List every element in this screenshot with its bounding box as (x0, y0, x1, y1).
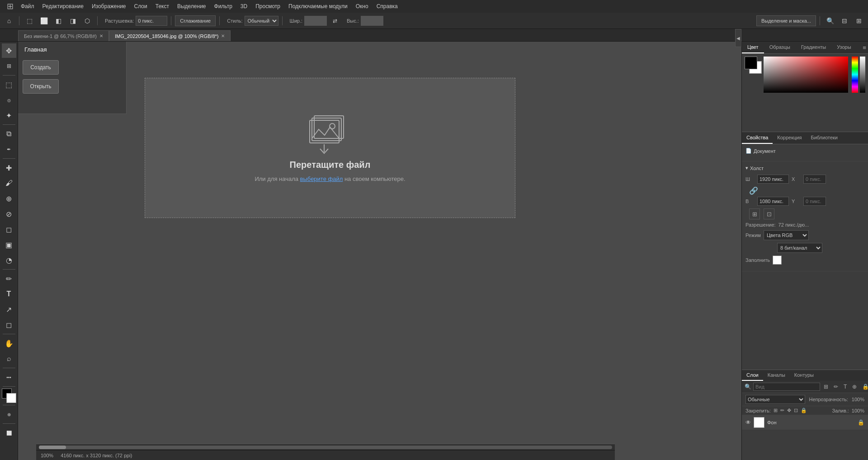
color-tab[interactable]: Цвет (742, 42, 764, 53)
menu-3d[interactable]: 3D (237, 1, 251, 11)
scroll-thumb[interactable] (39, 446, 66, 449)
canvas-y-input[interactable] (803, 197, 826, 206)
resize-btn-2[interactable]: ⊡ (764, 209, 774, 219)
document-header[interactable]: 📄 Документ (745, 148, 864, 154)
lock-artboard-btn[interactable]: ⊡ (794, 408, 798, 413)
path-select-tool[interactable]: ↗ (2, 302, 16, 317)
resize-btn-1[interactable]: ⊞ (749, 209, 760, 219)
tool-btn-2[interactable]: ⬜ (38, 14, 50, 27)
lock-pixels-btn[interactable]: ⊞ (774, 408, 778, 413)
create-btn[interactable]: Создать (23, 60, 59, 75)
more-tools-btn[interactable]: ••• (2, 370, 16, 384)
eyedropper-tool[interactable]: ✒ (2, 142, 16, 156)
search-btn[interactable]: 🔍 (824, 14, 836, 27)
brightness-bar[interactable] (860, 57, 865, 93)
crop-tool[interactable]: ⧉ (2, 127, 16, 141)
props-tab-correction[interactable]: Коррекция (773, 132, 806, 144)
move-tool[interactable]: ✥ (2, 43, 16, 58)
open-btn[interactable]: Открыть (23, 79, 59, 94)
swap-wh-btn[interactable]: ⇄ (329, 14, 341, 27)
menu-layers[interactable]: Слои (131, 1, 151, 11)
marquee-tool[interactable]: ⬚ (2, 77, 16, 92)
paths-tab[interactable]: Контуры (790, 370, 818, 381)
layers-icon-btn-4[interactable]: ⊕ (850, 383, 859, 391)
canvas-width-input[interactable] (757, 175, 789, 184)
brush-tool[interactable]: 🖌 (2, 176, 16, 190)
layer-item-background[interactable]: 👁 Фон 🔒 (742, 415, 868, 430)
color-swatch-main[interactable] (745, 57, 761, 73)
gradients-tab[interactable]: Градиенты (796, 42, 831, 53)
props-tab-properties[interactable]: Свойства (742, 132, 773, 144)
mode-select[interactable]: Цвета RGB (764, 230, 809, 240)
fill-color-swatch[interactable] (773, 256, 782, 265)
marquee-tool-btn[interactable]: ⬚ (23, 14, 36, 27)
layers-icon-btn-5[interactable]: 🔒 (860, 383, 868, 391)
shape-tool[interactable]: ◻ (2, 318, 16, 332)
drop-link[interactable]: выберите файл (300, 175, 343, 182)
zoom-tool[interactable]: ⌕ (2, 351, 16, 366)
samples-tab[interactable]: Образцы (764, 42, 796, 53)
ширина-input[interactable] (304, 16, 327, 26)
hand-tool[interactable]: ✋ (2, 336, 16, 351)
drop-zone[interactable]: Перетащите файл Или для начала выберите … (145, 78, 515, 218)
lock-move-btn[interactable]: ✥ (787, 408, 791, 413)
tool-btn-4[interactable]: ◨ (66, 14, 79, 27)
panel-collapse-btn[interactable]: ◀ (735, 29, 741, 47)
clone-tool[interactable]: ⊕ (2, 191, 16, 206)
text-tool[interactable]: T (2, 287, 16, 301)
tab-unnamed[interactable]: Без имени-1 @ 66,7% (RGB/8#) ✕ (18, 30, 109, 41)
canvas-x-input[interactable] (803, 175, 826, 184)
tab-img-close[interactable]: ✕ (221, 33, 225, 38)
layers-search-input[interactable] (753, 383, 820, 391)
color-panel-options[interactable]: ≡ (861, 42, 868, 53)
eraser-tool[interactable]: ◻ (2, 222, 16, 237)
menu-select[interactable]: Выделение (174, 1, 210, 11)
стиль-select[interactable]: Обычный (245, 16, 278, 26)
layers-icon-btn-1[interactable]: ⊞ (822, 383, 830, 391)
canvas-height-input[interactable] (757, 197, 789, 206)
hue-bar[interactable] (852, 57, 858, 93)
tool-btn-3[interactable]: ◧ (52, 14, 65, 27)
fullscreen-btn[interactable]: ⊞ (853, 14, 865, 27)
background-swatch[interactable] (6, 393, 16, 403)
layer-visibility-btn[interactable]: 👁 (745, 419, 751, 426)
layers-icon-btn-3[interactable]: T (842, 383, 849, 391)
bits-select[interactable]: 8 бит/канал (777, 243, 822, 253)
tool-btn-5[interactable]: ⬡ (81, 14, 94, 27)
menu-image[interactable]: Изображение (88, 1, 130, 11)
artboard-tool[interactable]: ⊞ (2, 59, 16, 73)
color-swatches[interactable] (2, 389, 16, 403)
color-gradient-picker[interactable] (764, 57, 848, 93)
lock-edit-btn[interactable]: ✏ (780, 408, 784, 413)
foreground-color-swatch[interactable] (745, 57, 757, 69)
lock-all-btn[interactable]: 🔒 (801, 408, 807, 413)
dodge-tool[interactable]: ◔ (2, 253, 16, 267)
menu-file[interactable]: Файл (17, 1, 38, 11)
home-toolbar-btn[interactable]: ⌂ (3, 14, 15, 27)
gradient-tool[interactable]: ▣ (2, 237, 16, 252)
растушевка-input[interactable] (136, 16, 167, 26)
magic-wand-tool[interactable]: ✦ (2, 108, 16, 123)
сглаживание-btn[interactable]: Сглаживание (175, 15, 216, 26)
patterns-tab[interactable]: Узоры (831, 42, 856, 53)
menu-view[interactable]: Просмотр (252, 1, 284, 11)
menu-plugins[interactable]: Подключаемые модули (285, 1, 351, 11)
blend-mode-select[interactable]: Обычные (745, 395, 805, 404)
tab-unnamed-close[interactable]: ✕ (99, 33, 103, 38)
healing-tool[interactable]: ✚ (2, 161, 16, 175)
tab-img[interactable]: IMG_20220504_185046.jpg @ 100% (RGB/8*) … (109, 30, 231, 41)
menu-window[interactable]: Окно (352, 1, 372, 11)
quick-mask-btn[interactable]: ⊕ (2, 407, 16, 422)
menu-text[interactable]: Текст (152, 1, 173, 11)
menu-filter[interactable]: Фильтр (211, 1, 236, 11)
props-tab-libraries[interactable]: Библиотеки (806, 132, 842, 144)
horizontal-scrollbar[interactable] (36, 444, 615, 450)
layers-icon-btn-2[interactable]: ✏ (832, 383, 840, 391)
layers-tab[interactable]: Слои (742, 370, 763, 381)
link-dimensions-btn[interactable]: 🔗 (749, 186, 758, 195)
lasso-tool[interactable]: ⌾ (2, 93, 16, 107)
menu-help[interactable]: Справка (373, 1, 401, 11)
menu-edit[interactable]: Редактирование (39, 1, 87, 11)
pen-tool[interactable]: ✏ (2, 271, 16, 286)
history-tool[interactable]: ⊘ (2, 207, 16, 221)
